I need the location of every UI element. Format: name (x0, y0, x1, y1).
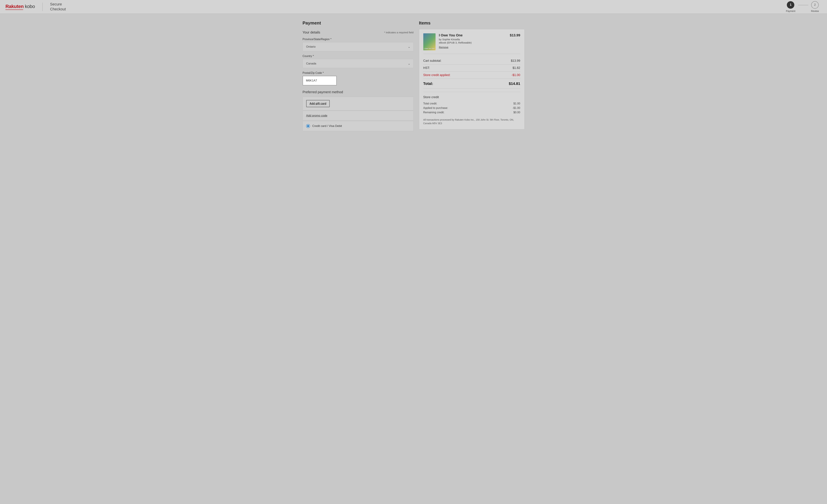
country-select[interactable]: Canada United States United Kingdom (303, 59, 414, 68)
book-cover-text: I Owe You One (424, 48, 435, 50)
remove-item-button[interactable]: Remove (439, 46, 448, 49)
payment-method-section: Preferred payment method Add gift card A… (303, 90, 414, 131)
total-credit-label: Total credit: (423, 102, 437, 105)
country-select-wrapper[interactable]: Canada United States United Kingdom ⌄ (303, 59, 414, 68)
step-payment: 1 Payment (786, 1, 795, 12)
step-2-circle: 2 (811, 1, 819, 9)
payment-title: Payment (303, 20, 414, 26)
province-select[interactable]: Ontario British Columbia Alberta Quebec (303, 42, 414, 51)
step-1-label: Payment (786, 10, 795, 12)
required-field-note: * indicates a required field (384, 31, 414, 34)
book-cover-image: I Owe You One (423, 33, 436, 50)
checkout-steps: 1 Payment 2 Review (786, 1, 819, 12)
province-field-group: Province/State/Region * Ontario British … (303, 38, 414, 51)
total-value: $14.81 (509, 81, 520, 86)
step-2-label: Review (811, 10, 819, 12)
hst-value: $1.82 (513, 66, 520, 70)
remaining-credit-value: $0.00 (513, 111, 520, 114)
gift-card-block: Add gift card (303, 97, 414, 110)
applied-credit-value: -$1.00 (513, 107, 520, 110)
step-1-circle: 1 (787, 1, 794, 9)
promo-code-inner: Add promo code (303, 111, 414, 120)
item-author: by Sophie Kinsella (439, 38, 506, 41)
postal-code-input[interactable] (303, 76, 337, 86)
store-credit-applied-row: Store credit applied: -$1.00 (423, 72, 520, 79)
total-row: Total: $14.81 (423, 79, 520, 89)
country-label: Country * (303, 55, 414, 58)
cart-subtotal-label: Cart subtotal: (423, 59, 441, 63)
store-credit-section-title: Store credit (423, 96, 520, 99)
country-field-group: Country * Canada United States United Ki… (303, 55, 414, 68)
applied-credit-row: Applied to purchase: -$1.00 (423, 106, 520, 110)
transaction-note: All transactions processed by Rakuten Ko… (423, 118, 520, 125)
store-credit-applied-label: Store credit applied: (423, 73, 450, 77)
store-credit-applied-value: -$1.00 (512, 73, 520, 77)
remaining-credit-row: Remaining credit: $0.00 (423, 110, 520, 115)
credit-card-radio-row[interactable]: Credit card / Visa Debit (303, 121, 414, 131)
hst-row: HST: $1.82 (423, 64, 520, 72)
secure-line2: Checkout (50, 7, 66, 12)
details-header: Your details * indicates a required fiel… (303, 31, 414, 34)
step-1-number: 1 (790, 3, 791, 7)
applied-credit-label: Applied to purchase: (423, 107, 448, 110)
cart-subtotal-row: Cart subtotal: $13.99 (423, 57, 520, 64)
main-content: Payment Your details * indicates a requi… (294, 14, 533, 138)
payment-form: Payment Your details * indicates a requi… (303, 20, 414, 131)
your-details-section: Your details * indicates a required fiel… (303, 31, 414, 86)
item-title: I Owe You One (439, 33, 506, 37)
secure-line1: Secure (50, 2, 66, 7)
total-credit-value: $1.00 (513, 102, 520, 105)
promo-code-block: Add promo code (303, 111, 414, 121)
logo-kobo: kobo (25, 4, 35, 9)
order-summary: Items I Owe You One I Owe You One by Sop… (419, 20, 525, 131)
add-promo-code-button[interactable]: Add promo code (306, 114, 328, 117)
postal-label: Postal/Zip Code * (303, 71, 414, 74)
postal-field-group: Postal/Zip Code * (303, 71, 414, 86)
credit-card-label: Credit card / Visa Debit (312, 124, 342, 128)
province-label: Province/State/Region * (303, 38, 414, 41)
store-credit-section: Store credit Total credit: $1.00 Applied… (423, 92, 520, 115)
item-price: $13.99 (510, 33, 520, 50)
payment-method-title: Preferred payment method (303, 90, 414, 94)
credit-card-block[interactable]: Credit card / Visa Debit (303, 121, 414, 131)
header: Rakuten kobo Secure Checkout 1 Payment 2… (0, 0, 827, 14)
total-credit-row: Total credit: $1.00 (423, 101, 520, 106)
add-gift-card-button[interactable]: Add gift card (306, 100, 330, 107)
logo-area: Rakuten kobo Secure Checkout (5, 2, 66, 11)
step-review: 2 Review (811, 1, 819, 12)
total-label: Total: (423, 81, 433, 86)
header-divider (42, 3, 43, 11)
radio-selected-indicator (307, 125, 309, 127)
item-row: I Owe You One I Owe You One by Sophie Ki… (423, 33, 520, 54)
credit-card-radio[interactable] (306, 124, 310, 128)
your-details-label: Your details (303, 31, 320, 34)
province-select-wrapper[interactable]: Ontario British Columbia Alberta Quebec … (303, 42, 414, 51)
cart-subtotal-value: $13.99 (511, 59, 520, 63)
logo-rakuten: Rakuten (5, 4, 23, 9)
secure-checkout-text: Secure Checkout (50, 2, 66, 11)
item-format: eBook (EPUB 3, Reflowable) (439, 41, 506, 44)
step-2-number: 2 (814, 3, 816, 7)
hst-label: HST: (423, 66, 430, 70)
gift-card-inner: Add gift card (303, 97, 414, 110)
order-card: I Owe You One I Owe You One by Sophie Ki… (419, 29, 525, 129)
item-details: I Owe You One by Sophie Kinsella eBook (… (439, 33, 506, 50)
logo-underline (5, 9, 23, 10)
step-connector (798, 5, 808, 5)
remaining-credit-label: Remaining credit: (423, 111, 445, 114)
items-title: Items (419, 20, 525, 26)
rakuten-kobo-logo: Rakuten kobo (5, 4, 35, 10)
